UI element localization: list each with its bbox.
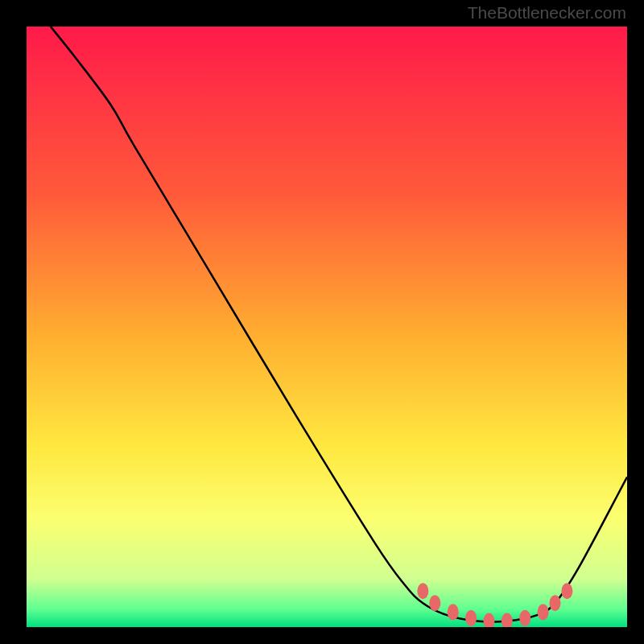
plot-area [27,27,627,627]
marker-dot [465,610,477,626]
chart-container: TheBottlenecker.com [0,0,644,644]
gradient-background [27,27,627,627]
marker-dot [417,583,428,599]
marker-dot [538,604,549,620]
marker-dot [561,583,572,599]
marker-dot [549,595,560,611]
bottleneck-curve-chart [27,27,627,627]
marker-dot [519,610,530,626]
marker-dot [448,604,459,620]
watermark-text: TheBottlenecker.com [468,3,626,23]
marker-dot [429,595,440,611]
